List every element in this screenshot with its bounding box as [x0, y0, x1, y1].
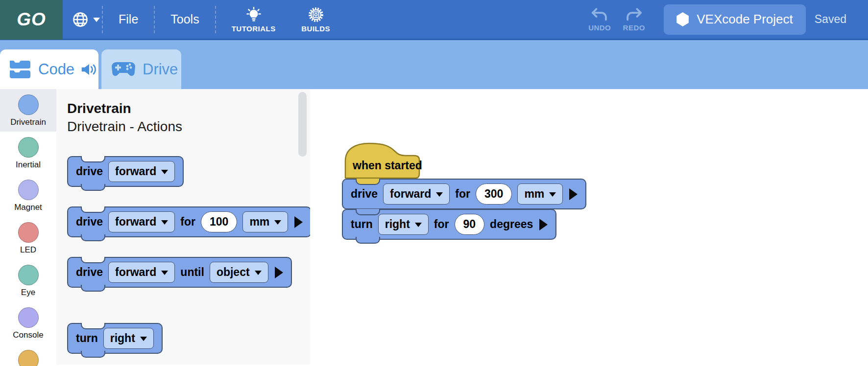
dropdown-value: mm [249, 215, 269, 229]
tutorials-button[interactable]: TUTORIALS [227, 6, 281, 33]
block-label: turn [351, 218, 373, 231]
dropdown-object[interactable]: object [210, 262, 268, 283]
chevron-down-icon [161, 220, 168, 228]
hat-block-label: when started [353, 159, 422, 172]
project-name-button[interactable]: VEXcode Project [664, 4, 806, 35]
block-label: for [455, 187, 470, 201]
chevron-down-icon [140, 337, 147, 344]
workspace-canvas[interactable]: when started drive forward for 300 mm [310, 89, 868, 365]
sidebar-item-console[interactable]: Console [0, 302, 56, 344]
dropdown-direction[interactable]: right [103, 328, 154, 349]
dropdown-direction[interactable]: forward [108, 161, 175, 182]
redo-button[interactable]: REDO [617, 7, 651, 32]
dropdown-unit[interactable]: mm [242, 211, 288, 232]
sidebar-item-partial[interactable] [0, 344, 56, 366]
when-started-hat-block[interactable]: when started [342, 140, 422, 179]
expand-arrow-icon[interactable] [539, 219, 548, 230]
block-label: turn [76, 332, 98, 345]
block-label: drive [76, 165, 103, 178]
tab-code-label: Code [38, 61, 74, 78]
speaker-icon[interactable] [80, 62, 98, 77]
block-label: drive [76, 266, 103, 279]
chevron-down-icon [255, 271, 262, 278]
block-label: drive [76, 215, 103, 229]
eye-category-dot [18, 265, 39, 285]
go-logo[interactable]: GO [0, 0, 63, 40]
dropdown-value: mm [524, 187, 544, 201]
inertial-category-dot [18, 137, 39, 158]
tab-drive[interactable]: Drive [101, 49, 181, 89]
tab-strip: Code Drive [0, 40, 868, 89]
dropdown-value: forward [390, 187, 431, 201]
redo-icon [625, 7, 643, 22]
chevron-down-icon [415, 223, 422, 230]
block-label: for [180, 215, 195, 229]
file-menu[interactable]: File [105, 12, 152, 26]
dropdown-direction[interactable]: forward [108, 262, 175, 283]
block-palette: Drivetrain Drivetrain - Actions drive fo… [56, 89, 310, 365]
sidebar-item-eye[interactable]: Eye [0, 259, 56, 302]
led-category-dot [18, 222, 39, 243]
number-input[interactable]: 90 [455, 214, 485, 235]
chevron-down-icon [161, 271, 168, 278]
palette-header: Drivetrain Drivetrain - Actions [67, 100, 182, 136]
sidebar-item-magnet[interactable]: Magnet [0, 174, 56, 217]
builds-button[interactable]: BUILDS [291, 6, 340, 33]
redo-label: REDO [623, 23, 645, 32]
category-sidebar: Drivetrain Inertial Magnet LED Eye Conso… [0, 89, 56, 365]
divider [102, 6, 103, 33]
go-logo-text: GO [17, 9, 46, 30]
dropdown-value: forward [115, 215, 156, 229]
chevron-down-icon [274, 220, 281, 228]
vexcode-go-app: GO File Tools TUTORIALS [0, 0, 868, 366]
block-label: until [180, 266, 204, 279]
block-label: for [434, 218, 449, 231]
undo-label: UNDO [588, 23, 611, 32]
palette-block-drive-for[interactable]: drive forward for 100 mm [67, 206, 312, 237]
number-input[interactable]: 100 [201, 211, 237, 232]
expand-arrow-icon[interactable] [294, 216, 303, 228]
dropdown-direction[interactable]: forward [108, 211, 175, 232]
expand-arrow-icon[interactable] [569, 188, 578, 200]
dropdown-direction[interactable]: right [378, 214, 429, 235]
drivetrain-category-dot [18, 94, 39, 115]
dropdown-direction[interactable]: forward [383, 183, 450, 205]
category-dot [18, 350, 39, 366]
gear-icon [308, 6, 324, 23]
code-blocks-icon [8, 59, 32, 80]
dropdown-unit[interactable]: mm [517, 183, 563, 205]
sidebar-item-inertial[interactable]: Inertial [0, 132, 56, 174]
lightbulb-icon [245, 6, 262, 23]
dropdown-value: forward [115, 165, 156, 178]
tab-drive-label: Drive [143, 61, 178, 78]
globe-icon [72, 11, 89, 28]
palette-scrollbar[interactable] [298, 92, 307, 157]
magnet-category-dot [18, 180, 39, 200]
number-input[interactable]: 300 [476, 183, 512, 205]
language-menu-button[interactable] [72, 11, 100, 28]
top-bar: GO File Tools TUTORIALS [0, 0, 868, 40]
expand-arrow-icon[interactable] [275, 267, 283, 278]
undo-button[interactable]: UNDO [582, 7, 617, 32]
sidebar-item-drivetrain[interactable]: Drivetrain [0, 89, 56, 132]
block-label: drive [351, 187, 378, 201]
canvas-block-turn-for[interactable]: turn right for 90 degrees [342, 209, 556, 240]
tab-code[interactable]: Code [0, 49, 98, 89]
divider [215, 6, 216, 33]
sidebar-item-label: Console [13, 330, 43, 340]
sidebar-item-label: Drivetrain [10, 117, 46, 127]
project-name: VEXcode Project [697, 12, 793, 27]
console-category-dot [18, 307, 39, 328]
save-status: Saved [815, 13, 846, 26]
canvas-block-drive-for[interactable]: drive forward for 300 mm [342, 179, 586, 209]
palette-block-drive[interactable]: drive forward [67, 156, 184, 187]
tools-menu[interactable]: Tools [157, 12, 213, 26]
palette-block-drive-until[interactable]: drive forward until object [67, 257, 292, 288]
chevron-down-icon [549, 192, 556, 200]
palette-block-turn[interactable]: turn right [67, 323, 163, 354]
chevron-down-icon [93, 18, 100, 25]
undo-icon [591, 7, 608, 22]
sidebar-item-led[interactable]: LED [0, 217, 56, 259]
gamepad-icon [111, 61, 136, 78]
tutorials-label: TUTORIALS [232, 24, 276, 33]
